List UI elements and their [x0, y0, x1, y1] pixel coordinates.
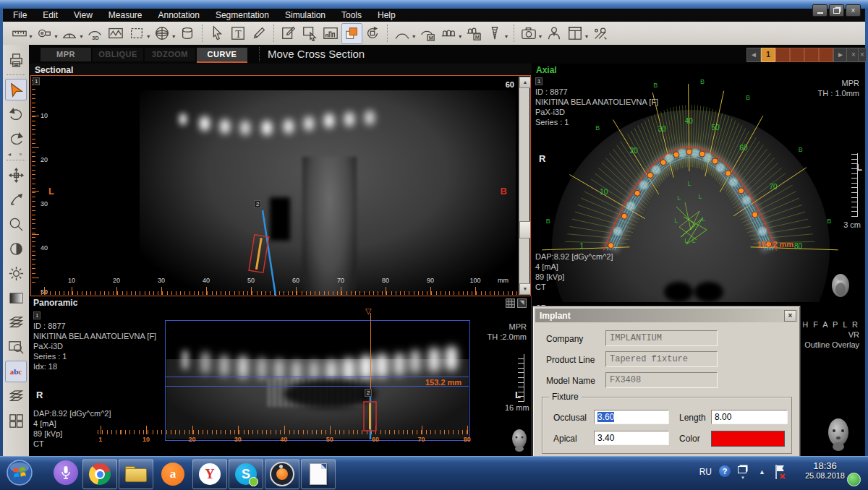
text-annotation-icon[interactable] [228, 23, 249, 44]
menu-view[interactable]: View [74, 10, 93, 20]
restore-icon[interactable] [829, 4, 844, 17]
panorama-dropdown-icon[interactable]: ▼ [458, 34, 463, 39]
volume-cylinder-icon[interactable] [177, 23, 198, 44]
angle-dropdown-icon[interactable]: ▼ [79, 34, 84, 39]
windowing-gradient-icon[interactable] [5, 287, 27, 309]
menu-file[interactable]: File [13, 10, 27, 20]
minimize-icon[interactable] [812, 4, 827, 17]
brightness-icon[interactable] [5, 262, 27, 284]
print-icon[interactable] [5, 49, 27, 71]
menu-help[interactable]: Help [378, 10, 396, 20]
implant-dialog-titlebar[interactable]: Implant [535, 309, 798, 322]
menu-simulation[interactable]: Simulation [285, 10, 326, 20]
layout-grid-icon[interactable] [5, 410, 27, 431]
occlusal-field[interactable]: 3.60 [594, 410, 669, 424]
arch-curve-icon[interactable] [392, 23, 413, 44]
roi-box-icon[interactable] [127, 23, 148, 44]
undo-icon[interactable] [5, 103, 27, 125]
panorama-teeth-icon[interactable] [438, 23, 459, 44]
threed-head-render[interactable] [825, 416, 852, 451]
implant-dropdown-icon[interactable]: ▼ [504, 34, 509, 39]
expand-view-icon[interactable]: ◥ [517, 298, 527, 308]
camera-capture-icon[interactable] [519, 23, 540, 44]
ruler-dropdown-icon[interactable]: ▼ [28, 34, 33, 39]
page-slot[interactable] [804, 48, 819, 62]
preview-zoom-icon[interactable] [5, 336, 27, 358]
scroll-down-icon[interactable]: ▼ [519, 283, 531, 295]
head-orientation-icon[interactable] [829, 272, 852, 299]
tape-measure-icon[interactable] [34, 23, 55, 44]
scroll-up-icon[interactable]: ▲ [519, 77, 531, 88]
collapse-arrows-icon[interactable]: ◄ » [7, 152, 25, 157]
model-name-field[interactable]: FX3408 [605, 372, 718, 388]
axial-viewport[interactable]: 11020304050607080BBBBBBBLLLLLLL 1 ID : 8… [532, 75, 865, 302]
ruler-icon[interactable] [9, 23, 30, 44]
tape-dropdown-icon[interactable]: ▼ [54, 34, 59, 39]
slice-cube-icon[interactable] [5, 311, 27, 333]
green-status-icon[interactable] [847, 473, 861, 486]
implant-number-badge[interactable]: 2 [365, 389, 372, 397]
page-slot[interactable] [790, 48, 804, 62]
profile-graph-icon[interactable] [106, 23, 127, 44]
patient-info-icon[interactable] [543, 23, 564, 44]
sphere-dropdown-icon[interactable]: ▼ [171, 34, 176, 39]
flip-rotate-tool-icon[interactable] [5, 189, 27, 210]
menu-measure[interactable]: Measure [109, 10, 142, 20]
window-switch-icon[interactable] [738, 466, 746, 473]
overlay-layers-icon[interactable] [341, 23, 362, 44]
zoom-tool-icon[interactable] [5, 213, 27, 235]
product-line-field[interactable]: Tapered fixture [605, 351, 718, 367]
panoramic-viewport[interactable]: ▽ 11020304050607080 2 1 ID : 8877 NIKITI… [29, 309, 531, 457]
apical-field[interactable]: 3.40 [594, 431, 669, 445]
sectional-viewport[interactable]: 1020304050 102030405060708090100 mm 2 1 … [30, 75, 531, 296]
length-field[interactable]: 8.00 [711, 410, 788, 424]
rotate-reset-icon[interactable] [362, 23, 383, 44]
page-next-icon[interactable]: ► [833, 48, 848, 62]
close-icon[interactable]: × [846, 4, 861, 17]
page-current[interactable]: 1 [761, 48, 775, 62]
preferences-tools-icon[interactable] [590, 23, 610, 44]
file-explorer-icon[interactable] [119, 459, 153, 489]
sectional-implant-overlay[interactable] [31, 76, 530, 296]
chrome-icon[interactable] [82, 459, 117, 489]
pan-tool-icon[interactable] [5, 164, 27, 186]
fixture-color-swatch[interactable] [711, 431, 785, 447]
pencil-draw-icon[interactable] [249, 23, 270, 44]
page-prev-icon[interactable]: ◄ [746, 48, 761, 62]
close-all-views-icon[interactable]: × [858, 48, 867, 62]
sphere-grid-icon[interactable] [152, 23, 173, 44]
menu-segmentation[interactable]: Segmentation [216, 10, 269, 20]
angle-3d-icon[interactable] [85, 23, 106, 44]
histogram-icon[interactable] [320, 23, 341, 44]
redo-icon[interactable] [5, 128, 27, 150]
sectional-scrollbar[interactable]: ▲ ▼ [519, 77, 529, 295]
implant-icon[interactable] [485, 23, 506, 44]
tab-curve[interactable]: CURVE [197, 48, 247, 63]
report-dropdown-icon[interactable]: ▼ [584, 34, 589, 39]
camera-dropdown-icon[interactable]: ▼ [538, 34, 543, 39]
menu-edit[interactable]: Edit [43, 10, 58, 20]
invert-contrast-icon[interactable] [5, 238, 27, 259]
avast-icon[interactable]: a [158, 460, 188, 488]
tray-caret-icon[interactable]: ▼ [741, 476, 745, 480]
tab-oblique[interactable]: OBLIQUE [93, 48, 143, 61]
panorama-teeth-m-icon[interactable] [464, 23, 485, 44]
yandex-browser-icon[interactable]: Y [192, 459, 227, 489]
head-front-icon[interactable] [509, 427, 529, 453]
show-hidden-icons[interactable]: ▲ [759, 468, 765, 476]
menu-tools[interactable]: Tools [341, 10, 362, 20]
tab-mpr[interactable]: MPR [41, 48, 91, 61]
angle-icon[interactable] [59, 23, 80, 44]
pano-implant-overlay[interactable] [358, 392, 387, 442]
company-field[interactable]: IMPLANTIUM [605, 330, 718, 346]
page-slot[interactable] [819, 48, 833, 62]
implant-number-badge[interactable]: 2 [254, 200, 261, 208]
document-icon[interactable] [301, 459, 336, 489]
ez3d-app-icon[interactable] [265, 459, 299, 489]
render-cube-icon[interactable] [5, 385, 27, 407]
help-tray-icon[interactable]: ? [719, 465, 731, 477]
action-center-flag-icon[interactable] [773, 463, 787, 481]
report-layout-icon[interactable] [564, 23, 585, 44]
skype-icon[interactable]: S [229, 459, 263, 489]
roi-dropdown-icon[interactable]: ▼ [146, 34, 151, 39]
